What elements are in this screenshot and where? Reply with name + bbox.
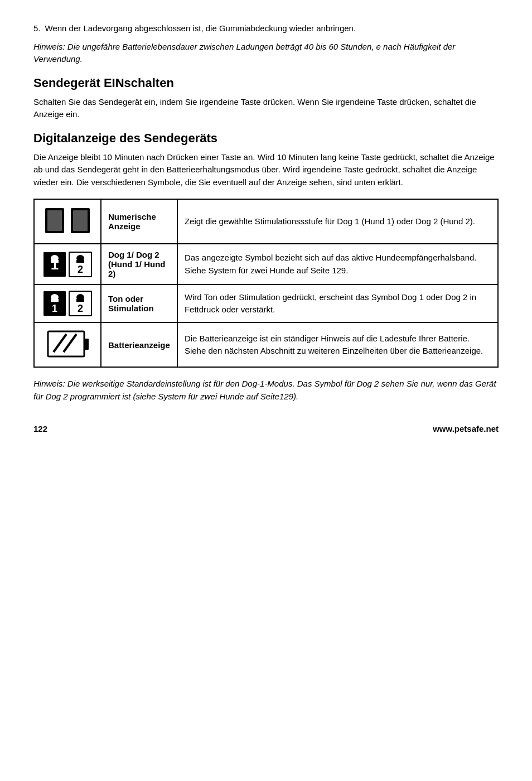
ton-icon-pair: 1 2 — [41, 291, 94, 316]
table-row: Batterieanzeige Die Batterieanzeige ist … — [34, 322, 498, 367]
desc-cell-battery: Die Batterieanzeige ist ein ständiger Hi… — [177, 322, 498, 367]
display-symbols-table: Numerische Anzeige Zeigt die gewählte St… — [33, 199, 499, 368]
desc-cell-numeric: Zeigt die gewählte Stimulationssstufe fü… — [177, 199, 498, 244]
svg-rect-14 — [51, 299, 59, 302]
numeric-display-icon — [42, 205, 93, 236]
ton-dog2-icon: 2 — [69, 291, 92, 316]
section1-heading: Sendegerät EINschalten — [33, 76, 499, 90]
footer: 122 www.petsafe.net — [33, 420, 499, 433]
table-row: 1 2 Dog 1/ Dog 2 (Hund 1/ Hund 2) Das — [34, 244, 498, 285]
label-cell-numeric: Numerische Anzeige — [101, 199, 177, 244]
svg-text:1: 1 — [52, 303, 57, 314]
item-number: 5. — [33, 22, 41, 35]
svg-text:2: 2 — [78, 303, 83, 314]
svg-rect-18 — [76, 299, 84, 302]
svg-rect-7 — [51, 260, 59, 263]
icon-cell-numeric — [34, 199, 101, 244]
dog-mode-note: Hinweis: Die werkseitige Standardeinstel… — [33, 378, 499, 403]
svg-rect-1 — [47, 210, 62, 231]
numbered-item-5: 5. Wenn der Ladevorgang abgeschlossen is… — [33, 22, 499, 35]
dog2-icon: 2 — [69, 252, 92, 277]
section2-text: Die Anzeige bleibt 10 Minuten nach Drück… — [33, 151, 499, 189]
section1-text: Schalten Sie das Sendegerät ein, indem S… — [33, 96, 499, 121]
battery-icon — [45, 329, 90, 359]
label-cell-battery: Batterieanzeige — [101, 322, 177, 367]
page-number: 122 — [33, 424, 47, 433]
icon-cell-battery — [34, 322, 101, 367]
battery-note: Hinweis: Die ungefähre Batterielebensdau… — [33, 41, 499, 66]
desc-cell-ton: Wird Ton oder Stimulation gedrückt, ersc… — [177, 285, 498, 322]
section2-heading: Digitalanzeige des Sendegeräts — [33, 131, 499, 146]
icon-cell-ton: 1 2 — [34, 285, 101, 322]
footer-url: www.petsafe.net — [433, 424, 499, 433]
label-cell-ton: Ton oder Stimulation — [101, 285, 177, 322]
svg-rect-10 — [76, 260, 84, 263]
table-row: 1 2 Ton oder Stimulation Wird Ton oder S… — [34, 285, 498, 322]
label-cell-dog: Dog 1/ Dog 2 (Hund 1/ Hund 2) — [101, 244, 177, 285]
svg-rect-3 — [73, 210, 88, 231]
table-row: Numerische Anzeige Zeigt die gewählte St… — [34, 199, 498, 244]
dog1-icon: 1 — [43, 252, 66, 277]
ton-dog1-icon: 1 — [43, 291, 66, 316]
item-text: Wenn der Ladevorgang abgeschlossen ist, … — [45, 22, 356, 35]
dog-icon-pair: 1 2 — [41, 252, 94, 277]
svg-text:2: 2 — [78, 264, 83, 275]
icon-cell-dog: 1 2 — [34, 244, 101, 285]
svg-rect-21 — [84, 339, 89, 350]
desc-cell-dog: Das angezeigte Symbol bezieht sich auf d… — [177, 244, 498, 285]
